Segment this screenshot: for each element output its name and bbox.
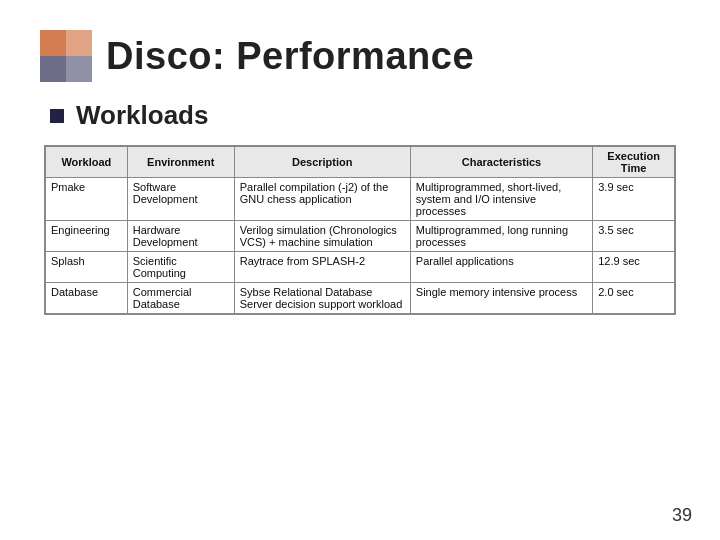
logo-sq1 [40,30,66,56]
cell-description: Raytrace from SPLASH-2 [234,252,410,283]
table-row: DatabaseCommercial DatabaseSybse Relatio… [46,283,675,314]
logo-sq4 [66,56,92,82]
bullet-section: Workloads [50,100,680,131]
col-header-environment: Environment [127,147,234,178]
cell-workload: Database [46,283,128,314]
slide: Disco: Performance Workloads Workload En… [0,0,720,540]
cell-workload: Pmake [46,178,128,221]
logo-graphic [40,30,92,82]
cell-characteristics: Parallel applications [410,252,592,283]
cell-workload: Engineering [46,221,128,252]
col-header-workload: Workload [46,147,128,178]
col-header-characteristics: Characteristics [410,147,592,178]
cell-environment: Commercial Database [127,283,234,314]
slide-header: Disco: Performance [40,30,680,82]
page-number: 39 [672,505,692,526]
cell-environment: Hardware Development [127,221,234,252]
table-row: EngineeringHardware DevelopmentVerilog s… [46,221,675,252]
logo-sq2 [66,30,92,56]
cell-characteristics: Single memory intensive process [410,283,592,314]
cell-workload: Splash [46,252,128,283]
cell-exec_time: 2.0 sec [593,283,675,314]
cell-description: Verilog simulation (Chronologics VCS) + … [234,221,410,252]
col-header-description: Description [234,147,410,178]
cell-description: Parallel compilation (-j2) of the GNU ch… [234,178,410,221]
slide-title: Disco: Performance [106,35,474,78]
cell-exec_time: 12.9 sec [593,252,675,283]
cell-environment: Scientific Computing [127,252,234,283]
table-row: SplashScientific ComputingRaytrace from … [46,252,675,283]
workloads-table: Workload Environment Description Charact… [44,145,676,315]
cell-exec_time: 3.9 sec [593,178,675,221]
table-row: PmakeSoftware DevelopmentParallel compil… [46,178,675,221]
cell-environment: Software Development [127,178,234,221]
col-header-exectime: Execution Time [593,147,675,178]
cell-description: Sybse Relational Database Server decisio… [234,283,410,314]
logo-sq3 [40,56,66,82]
cell-exec_time: 3.5 sec [593,221,675,252]
bullet-icon [50,109,64,123]
cell-characteristics: Multiprogrammed, long running processes [410,221,592,252]
cell-characteristics: Multiprogrammed, short-lived, system and… [410,178,592,221]
bullet-label: Workloads [76,100,208,131]
